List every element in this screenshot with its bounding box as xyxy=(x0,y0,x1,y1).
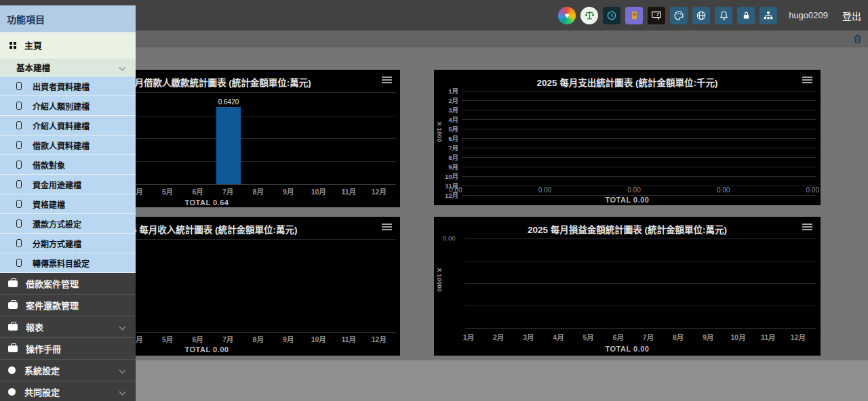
form-icon xyxy=(16,200,22,208)
sidebar-item-label: 介紹人資料建檔 xyxy=(33,120,90,131)
heart-icon: ♥ xyxy=(565,11,570,20)
sidebar-item-borrower-data[interactable]: 借款人資料建檔 xyxy=(0,135,136,155)
briefcase-icon xyxy=(8,280,18,287)
sidebar-item-referrer-category[interactable]: 介紹人類別建檔 xyxy=(0,96,136,116)
presentation-icon[interactable] xyxy=(648,7,665,24)
sidebar-item-installment-method[interactable]: 分期方式建檔 xyxy=(0,234,136,253)
y-axis-categories: 1月 2月 3月 4月 5月 6月 7月 8月 9月 10月 11月 12月 xyxy=(441,86,816,182)
category-tick: 6月 xyxy=(441,133,458,143)
chevron-down-icon xyxy=(119,367,126,374)
bell-icon[interactable] xyxy=(715,7,732,24)
sidebar-item-loan-case-mgmt[interactable]: 借款案件管理 xyxy=(0,273,136,295)
chart-menu-icon[interactable] xyxy=(802,77,812,78)
balance-scale-icon[interactable] xyxy=(580,7,598,24)
sidebar-item-label: 共同設定 xyxy=(24,385,60,398)
chevron-down-icon xyxy=(119,64,126,70)
grid-icon xyxy=(9,42,12,45)
sidebar-section-label: 基本建檔 xyxy=(16,61,50,74)
sidebar-title: 功能項目 xyxy=(0,5,136,33)
circle-icon xyxy=(8,366,16,374)
month-tick: 7月 xyxy=(218,186,238,196)
month-tick: 8月 xyxy=(248,334,269,344)
sidebar-item-label: 操作手冊 xyxy=(26,342,61,355)
x-tick: 0.00 xyxy=(627,186,640,194)
sidebar-item-label: 主頁 xyxy=(24,39,42,51)
sidebar-item-manual[interactable]: 操作手冊 xyxy=(0,338,136,360)
month-tick: 11月 xyxy=(338,186,359,196)
sidebar-item-qualification[interactable]: 資格建檔 xyxy=(0,194,136,214)
month-tick: 9月 xyxy=(278,186,298,196)
month-tick: 7月 xyxy=(218,334,238,344)
sidebar-item-fund-usage[interactable]: 資金用途建檔 xyxy=(0,175,136,194)
logged-in-username: hugo0209 xyxy=(789,10,828,20)
form-icon xyxy=(16,161,22,169)
chart-menu-icon[interactable] xyxy=(382,224,392,225)
month-tick: 5月 xyxy=(157,334,178,344)
category-tick: 1月 xyxy=(441,86,458,96)
delete-icon[interactable] xyxy=(852,34,863,44)
chart-menu-icon[interactable] xyxy=(382,77,392,78)
month-tick: 12月 xyxy=(369,186,389,196)
month-tick: 11月 xyxy=(758,332,778,342)
sidebar-item-label: 借款案件管理 xyxy=(26,277,79,290)
month-tick: 8月 xyxy=(668,332,688,342)
sidebar-item-common-settings[interactable]: 共同設定 xyxy=(0,381,136,401)
form-icon xyxy=(16,259,22,267)
briefcase-icon xyxy=(8,345,18,352)
form-icon xyxy=(16,239,22,247)
sidebar-item-label: 出資者資料建檔 xyxy=(33,81,90,92)
bar-july[interactable] xyxy=(216,107,241,184)
sidebar-item-repayment-method[interactable]: 還款方式設定 xyxy=(0,214,136,234)
chart-total-label: TOTAL 0.00 xyxy=(434,345,821,353)
sidebar-item-label: 還款方式設定 xyxy=(33,218,81,230)
month-tick: 10月 xyxy=(728,332,749,342)
sidebar-item-case-repayment-mgmt[interactable]: 案件還款管理 xyxy=(0,295,136,316)
category-tick: 9月 xyxy=(441,162,458,171)
sidebar-item-referrer-data[interactable]: 介紹人資料建檔 xyxy=(0,116,136,135)
clock-icon[interactable] xyxy=(603,7,620,24)
month-tick: 9月 xyxy=(278,334,298,344)
chart-menu-icon[interactable] xyxy=(802,224,812,225)
sidebar-item-voucher-subject[interactable]: 轉傳票科目設定 xyxy=(0,253,136,273)
x-axis-ticks: 0.00 0.00 0.00 0.00 0.00 xyxy=(449,186,819,194)
sitemap-icon[interactable] xyxy=(760,7,777,24)
month-tick: 6月 xyxy=(188,186,208,196)
x-tick: 0.00 xyxy=(538,186,551,194)
sidebar-item-home[interactable]: 主頁 xyxy=(0,33,136,58)
logout-button[interactable]: 登出 xyxy=(842,9,861,22)
scroll-icon[interactable] xyxy=(625,7,643,24)
sidebar-item-label: 介紹人類別建檔 xyxy=(33,100,90,112)
lock-icon[interactable] xyxy=(737,7,755,24)
form-icon xyxy=(16,219,22,228)
month-tick: 12月 xyxy=(788,332,808,342)
sidebar-item-label: 資金用途建檔 xyxy=(33,179,81,190)
sidebar-section-basic-data[interactable]: 基本建檔 xyxy=(0,58,136,77)
sidebar-item-investor-data[interactable]: 出資者資料建檔 xyxy=(0,77,136,96)
month-tick: 6月 xyxy=(608,332,629,342)
month-tick: 5月 xyxy=(157,186,178,196)
month-tick: 9月 xyxy=(698,332,718,342)
sidebar: 功能項目 主頁 基本建檔 出資者資料建檔 介紹人類別建檔 介紹人資料建檔 借款人… xyxy=(0,5,136,401)
category-tick: 5月 xyxy=(441,124,458,133)
sidebar-item-label: 轉傳票科目設定 xyxy=(33,257,90,269)
sidebar-item-system-settings[interactable]: 系統設定 xyxy=(0,360,136,381)
bar-value-label: 0.6420 xyxy=(208,98,249,106)
category-tick: 8月 xyxy=(441,152,458,162)
chart-total-label: TOTAL 0.00 xyxy=(434,196,821,204)
sidebar-item-reports[interactable]: 報表 xyxy=(0,316,136,338)
app-logo-icon[interactable]: ♥ xyxy=(558,7,576,24)
palette-icon[interactable] xyxy=(670,7,688,24)
globe-icon[interactable] xyxy=(692,7,710,24)
balance-scale-glyph xyxy=(584,9,595,21)
month-tick: 11月 xyxy=(338,334,359,344)
sidebar-item-label: 借款人資料建檔 xyxy=(33,140,90,151)
sidebar-item-loan-target[interactable]: 借款對象 xyxy=(0,155,136,175)
form-icon xyxy=(16,102,22,110)
month-tick: 5月 xyxy=(578,332,599,342)
month-tick: 2月 xyxy=(488,332,509,342)
month-tick: 6月 xyxy=(188,334,208,344)
sidebar-item-label: 報表 xyxy=(26,320,43,333)
sidebar-item-label: 系統設定 xyxy=(24,364,60,377)
month-tick: 10月 xyxy=(309,186,329,196)
form-icon xyxy=(16,141,22,149)
